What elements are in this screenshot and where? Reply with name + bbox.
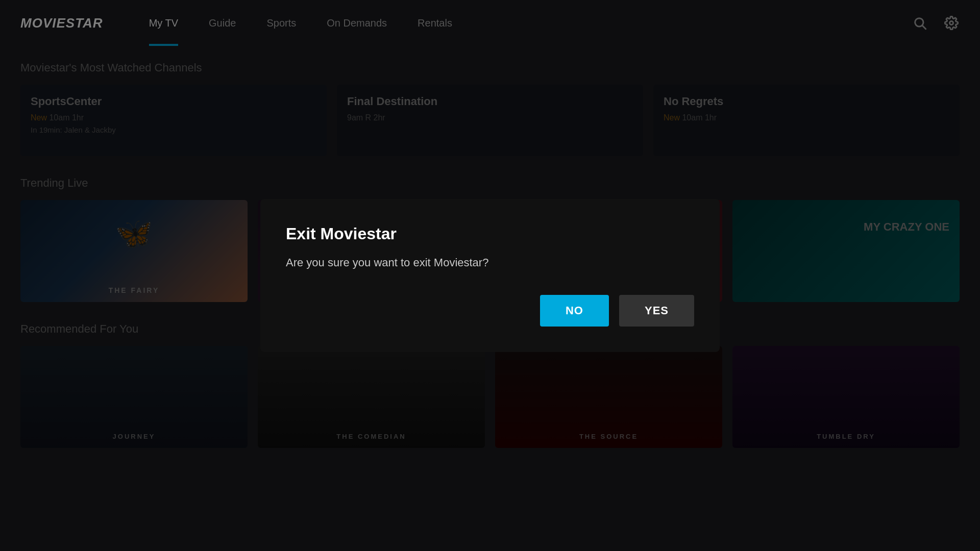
modal-buttons: NO YES [286, 295, 694, 327]
no-button[interactable]: NO [540, 295, 609, 327]
exit-modal: Exit Moviestar Are you sure you want to … [260, 199, 720, 352]
modal-overlay: Exit Moviestar Are you sure you want to … [0, 0, 980, 551]
modal-message: Are you sure you want to exit Moviestar? [286, 256, 694, 269]
modal-title: Exit Moviestar [286, 224, 694, 243]
yes-button[interactable]: YES [619, 295, 694, 327]
